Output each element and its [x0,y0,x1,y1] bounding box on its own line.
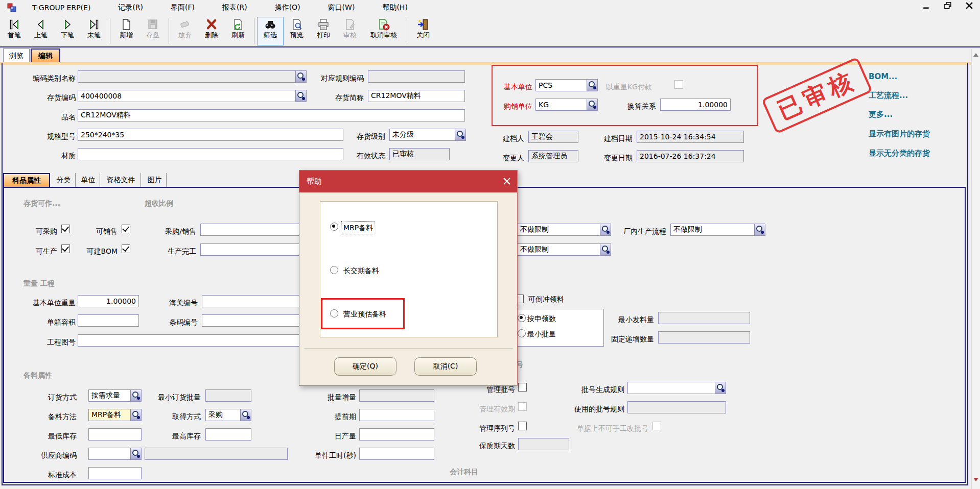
toolbar-last-record[interactable]: 末笔 [81,17,107,45]
toolbar-audit[interactable]: 审核 [337,17,363,45]
toolbar-first-record[interactable]: 首笔 [1,17,28,45]
link-bom[interactable]: BOM... [869,72,897,81]
menu-item-help[interactable]: 帮助(H) [368,3,421,12]
toolbar-filter[interactable]: 筛选 [257,17,284,45]
menu-item-app[interactable]: T-GROUP ERP(E) [18,4,104,12]
tab-edit[interactable]: 编辑 [31,48,60,62]
daily-output-field[interactable] [359,428,434,441]
drawing-no-field[interactable] [78,334,300,347]
supplier-code-field[interactable] [88,448,142,460]
supplier-name-field[interactable] [145,448,288,460]
restriction-field-1[interactable]: 不做限制 [517,224,611,236]
barcode-field[interactable] [202,314,300,327]
lookup-icon[interactable] [130,409,141,421]
lookup-icon[interactable] [587,80,597,91]
subtab-item-attributes[interactable]: 料品属性 [3,173,50,187]
producible-checkbox[interactable] [61,244,70,253]
toolbar-next-record[interactable]: 下笔 [54,17,81,45]
toolbar-delete[interactable]: 删除 [198,17,225,45]
min-stock-field[interactable] [88,428,142,441]
lookup-icon[interactable] [715,382,726,394]
toolbar-close[interactable]: 关闭 [410,17,436,45]
toolbar-preview[interactable]: 预览 [284,17,310,45]
lookup-icon[interactable] [600,244,611,255]
spec-model-field[interactable]: 250*240*35 [78,129,343,141]
stock-code-field[interactable]: 400400008 [78,90,307,102]
customs-code-field[interactable] [202,295,300,307]
max-stock-field[interactable] [205,428,251,441]
scroll-down-icon[interactable] [973,478,978,481]
menu-item-operate[interactable]: 操作(O) [261,3,314,12]
menu-item-record[interactable]: 记录(R) [104,3,157,12]
toolbar-cancel-audit[interactable]: 取消审核 [363,17,404,45]
purchasable-checkbox[interactable] [61,225,70,233]
toolbar-abandon[interactable]: 放弃 [172,17,198,45]
sellable-checkbox[interactable] [122,225,130,233]
pay-by-kg-checkbox[interactable] [674,80,683,89]
used-batch-rule-field[interactable] [627,401,726,413]
base-unit-field[interactable]: PCS [535,79,598,91]
close-icon[interactable] [966,2,973,9]
minimize-icon[interactable] [923,2,930,9]
min-issue-field[interactable] [658,312,750,324]
trade-unit-field[interactable]: KG [535,99,598,111]
create-date-field[interactable]: 2015-10-24 16:34:54 [637,131,744,143]
stock-abbr-field[interactable]: CR12MOV精料 [368,90,465,102]
link-more[interactable]: 更多... [869,110,893,119]
restore-icon[interactable] [944,2,951,9]
lookup-icon[interactable] [130,390,141,401]
mrp-option-label[interactable]: MRP备料 [341,221,375,234]
batch-rule-field[interactable] [627,382,726,394]
valid-status-field[interactable]: 已审核 [389,148,450,160]
modify-date-field[interactable]: 2016-07-26 16:37:24 [637,150,744,162]
acquire-mode-field[interactable]: 采购 [205,409,251,421]
vertical-scrollbar[interactable] [971,49,980,489]
by-request-radio[interactable] [518,314,526,322]
subtab-qualification[interactable]: 资格文件 [101,173,141,187]
toolbar-refresh[interactable]: 刷新 [225,17,251,45]
conversion-field[interactable]: 1.00000 [660,99,731,111]
lookup-icon[interactable] [455,129,465,140]
prod-finish-field[interactable] [200,243,300,256]
base-weight-field[interactable]: 1.00000 [78,295,139,307]
lookup-icon[interactable] [587,99,597,110]
subtab-classification[interactable]: 分类 [52,173,76,187]
unit-hours-field[interactable] [359,448,434,460]
bom-allowed-checkbox[interactable] [122,244,130,253]
code-category-field[interactable] [78,70,307,83]
toolbar-prev-record[interactable]: 上笔 [28,17,54,45]
batch-increment-field[interactable] [359,389,434,402]
no-manual-batch-checkbox[interactable] [652,422,661,430]
purchase-sale-field[interactable] [200,224,300,236]
menu-item-interface[interactable]: 界面(F) [157,3,208,12]
min-order-batch-field[interactable] [205,389,251,402]
prepare-method-field[interactable]: MRP备料 [88,409,142,421]
long-cycle-option-label[interactable]: 长交期备料 [343,264,379,277]
cancel-button[interactable]: 取消(C) [414,357,477,376]
material-field[interactable] [78,148,343,160]
lookup-icon[interactable] [600,224,611,235]
help-dialog-titlebar[interactable]: 帮助 [299,170,517,192]
lookup-icon[interactable] [130,448,141,459]
std-cost-field[interactable] [88,467,142,479]
toolbar-print[interactable]: 打印 [310,17,337,45]
creator-field[interactable]: 王碧会 [528,131,578,143]
tab-browse[interactable]: 浏览 [3,48,30,62]
menu-item-report[interactable]: 报表(R) [208,3,261,12]
dialog-close-icon[interactable] [503,177,511,185]
lookup-icon[interactable] [295,90,306,102]
lookup-icon[interactable] [240,409,251,421]
lookup-icon[interactable] [754,224,765,235]
long-cycle-option-radio[interactable] [330,266,338,274]
box-volume-field[interactable] [78,314,139,327]
manage-batch-checkbox[interactable] [518,383,527,392]
lookup-icon[interactable] [295,71,306,82]
modifier-field[interactable]: 系统管理员 [528,150,578,162]
order-mode-field[interactable]: 按需求量 [88,389,142,402]
subtab-images[interactable]: 图片 [143,173,167,187]
min-batch-radio[interactable] [518,329,526,337]
link-show-with-image[interactable]: 显示有图片的存货 [869,129,930,139]
shelf-days-field[interactable] [518,438,569,450]
product-name-field[interactable]: CR12MOV精料 [78,109,465,121]
scroll-up-icon[interactable] [973,53,978,57]
